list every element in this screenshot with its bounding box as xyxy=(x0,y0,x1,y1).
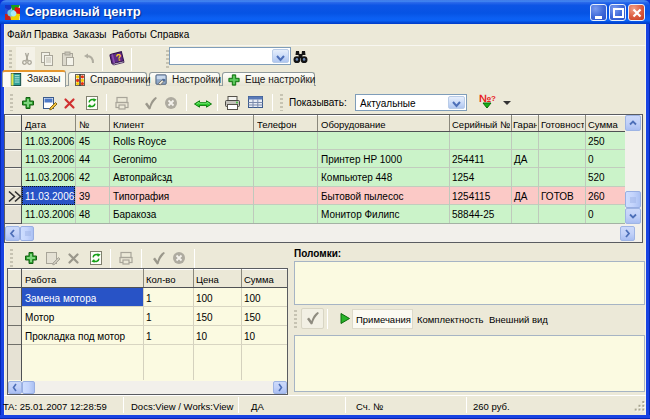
svg-text:№: № xyxy=(479,92,491,104)
svg-text:?: ? xyxy=(491,94,496,103)
